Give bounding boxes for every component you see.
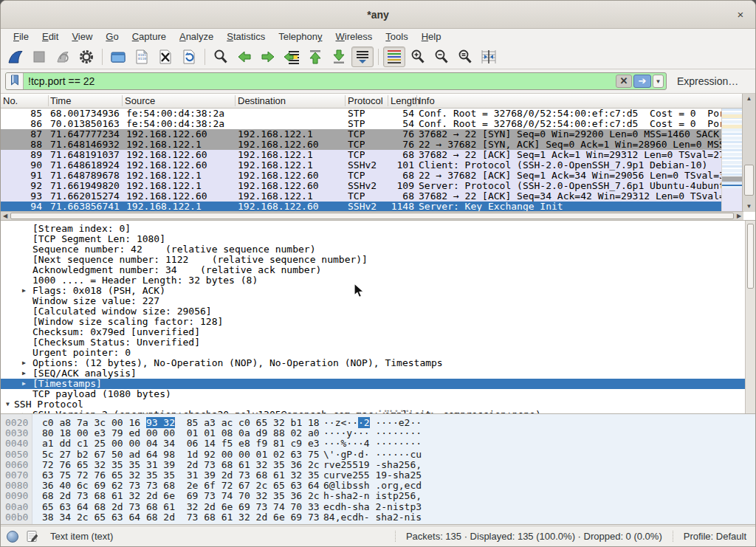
collapsed-arrow-icon[interactable]: ▶ [22,379,26,389]
packet-row-88[interactable]: 8871.648146932192.168.122.1192.168.122.6… [1,140,723,150]
display-filter-input[interactable]: !tcp.port == 22 [24,75,616,87]
packet-row-89[interactable]: 8971.648191037192.168.122.60192.168.122.… [1,150,723,160]
menu-view[interactable]: View [65,30,99,44]
scrollbar-thumb[interactable] [10,213,734,219]
stop-capture-button[interactable] [28,47,50,67]
zoom-out-button[interactable] [430,47,453,67]
column-header-protocol[interactable]: Protocol [348,95,383,106]
hex-row-0020[interactable]: 0020c0 a8 7a 3c 00 16 93 32 85 a3 ac c0 … [1,418,755,428]
detail-line[interactable]: 1000 .... = Header Length: 32 bytes (8) [1,275,755,286]
detail-line[interactable]: Window size value: 227 [1,296,755,306]
detail-line[interactable]: Acknowledgment number: 34 (relative ack … [1,265,755,275]
display-filter-field[interactable]: !tcp.port == 22 ✕ ➔ ▼ [5,72,667,90]
packet-row-85[interactable]: 8568.001734936fe:54:00:d4:38:2aSTP54Conf… [1,109,723,119]
packet-row-93[interactable]: 9371.662015274192.168.122.60192.168.122.… [1,191,723,202]
menu-file[interactable]: File [7,30,35,44]
hex-row-0060[interactable]: 006072 76 65 32 35 35 31 39 2d 73 68 61 … [1,460,755,470]
detail-line[interactable]: TCP payload (1080 bytes) [1,389,755,399]
detail-line[interactable]: Sequence number: 42 (relative sequence n… [1,244,755,255]
scroll-up-arrow[interactable]: ▲ [743,94,755,104]
menu-edit[interactable]: Edit [35,30,65,44]
detail-line[interactable]: [Checksum Status: Unverified] [1,337,755,348]
hex-row-0090[interactable]: 009068 2d 73 68 61 32 2d 6e 69 73 74 70 … [1,491,755,501]
detail-line[interactable]: ▶[SEQ/ACK analysis] [1,368,755,379]
scroll-down-arrow[interactable]: ▼ [743,202,755,212]
expert-info-icon[interactable] [7,531,18,543]
detail-line[interactable]: ▶Flags: 0x018 (PSH, ACK) [1,286,755,296]
hex-row-0070[interactable]: 007063 75 72 76 65 32 35 35 31 39 2d 73 … [1,470,755,481]
packet-row-94[interactable]: 9471.663856741192.168.122.1192.168.122.6… [1,202,723,212]
go-to-packet-button[interactable] [281,47,303,67]
column-separator[interactable] [345,95,346,106]
detail-line[interactable]: ▶[Timestamps] [1,379,755,389]
go-forward-button[interactable] [257,47,279,67]
filter-bookmark-button[interactable] [6,73,24,89]
hex-row-0050[interactable]: 00505c 27 b2 67 50 ad 64 98 1d 92 00 00 … [1,450,755,460]
detail-line[interactable]: Checksum: 0x79ed [unverified] [1,327,755,337]
reload-file-button[interactable] [178,47,200,67]
save-file-button[interactable]: 01010110 [131,47,153,67]
zoom-reset-button[interactable] [454,47,476,67]
menu-go[interactable]: Go [99,30,125,44]
detail-line[interactable]: [Window size scaling factor: 128] [1,317,755,327]
detail-line[interactable]: [Calculated window size: 29056] [1,306,755,317]
restart-capture-button[interactable] [52,47,74,67]
go-first-packet-button[interactable] [304,47,326,67]
column-separator[interactable] [122,95,123,106]
filter-apply-button[interactable]: ➔ [633,75,651,88]
resize-columns-button[interactable] [478,47,500,67]
packet-bytes-pane[interactable]: 0020c0 a8 7a 3c 00 16 93 32 85 a3 ac c0 … [1,414,755,525]
close-file-button[interactable] [154,47,176,67]
capture-comment-icon[interactable] [26,530,38,543]
go-back-button[interactable] [233,47,255,67]
menu-wireless[interactable]: Wireless [329,30,379,44]
column-header-time[interactable]: Time [50,95,71,106]
menu-capture[interactable]: Capture [126,30,173,44]
column-header-info[interactable]: Info [419,95,435,106]
open-file-button[interactable] [107,47,129,67]
colorize-packets-button[interactable] [383,47,405,67]
menu-tools[interactable]: Tools [379,30,414,44]
title-bar[interactable]: *any × [1,1,755,29]
hex-row-0030[interactable]: 003080 18 00 e3 79 ed 00 00 01 01 08 0a … [1,428,755,438]
column-header-destination[interactable]: Destination [238,95,286,106]
collapsed-arrow-icon[interactable]: ▶ [22,368,26,379]
hex-row-00b0[interactable]: 00b038 34 2c 65 63 64 68 2d 73 68 61 32 … [1,512,755,523]
menu-statistics[interactable]: Statistics [220,30,272,44]
column-separator[interactable] [235,95,236,106]
column-separator[interactable] [388,95,388,106]
collapsed-arrow-icon[interactable]: ▶ [22,358,26,368]
menu-analyze[interactable]: Analyze [173,30,220,44]
pane-splitter-handle[interactable]: •••••• [378,410,400,413]
zoom-in-button[interactable] [407,47,429,67]
capture-options-button[interactable] [75,47,97,67]
hex-row-00a0[interactable]: 00a065 63 64 68 2d 73 68 61 32 2d 6e 69 … [1,502,755,512]
packet-row-91[interactable]: 9171.648789678192.168.122.1192.168.122.6… [1,171,723,181]
start-capture-button[interactable] [4,47,27,67]
packet-row-92[interactable]: 9271.661949820192.168.122.1192.168.122.6… [1,181,723,191]
collapsed-arrow-icon[interactable]: ▶ [22,286,26,296]
detail-line[interactable]: [Next sequence number: 1122 (relative se… [1,255,755,265]
scroll-right-arrow[interactable]: ▶ [735,212,743,220]
expanded-arrow-icon[interactable]: ▼ [6,399,10,410]
filter-clear-button[interactable]: ✕ [616,75,632,88]
scrollbar-thumb[interactable] [747,224,754,289]
scrollbar-thumb[interactable] [744,165,754,196]
details-vertical-scrollbar[interactable] [745,221,755,413]
close-window-button[interactable]: × [733,7,748,22]
status-profile[interactable]: Profile: Default [673,531,755,542]
scroll-left-arrow[interactable]: ◀ [1,212,10,220]
menu-help[interactable]: Help [415,30,448,44]
auto-scroll-button[interactable] [351,47,374,67]
packet-row-87[interactable]: 8771.647777234192.168.122.60192.168.122.… [1,129,723,140]
column-header-length[interactable]: Length [391,95,420,106]
column-separator[interactable] [48,95,49,106]
find-packet-button[interactable] [210,47,232,67]
detail-line[interactable]: Urgent pointer: 0 [1,348,755,358]
detail-line[interactable]: ▶Options: (12 bytes), No-Operation (NOP)… [1,358,755,368]
packet-list-minimap[interactable] [721,109,742,212]
packet-list-header[interactable]: No.TimeSourceDestinationProtocolLengthIn… [1,94,743,109]
column-header-source[interactable]: Source [125,95,155,106]
packet-row-86[interactable]: 8670.013850163fe:54:00:d4:38:2aSTP54Conf… [1,119,723,129]
packet-list-horizontal-scrollbar[interactable]: ◀ ▶ [1,211,743,220]
